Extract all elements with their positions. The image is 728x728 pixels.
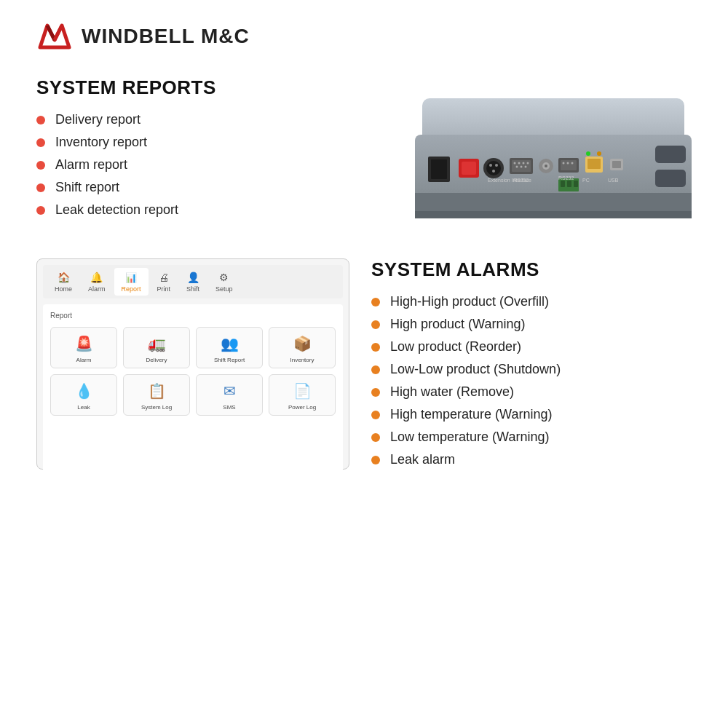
bullet-dot [371,343,380,352]
bullet-dot [371,388,380,397]
svg-point-19 [518,162,521,165]
svg-point-24 [525,166,527,168]
ui-shift-report-button[interactable]: 👥 Shift Report [196,327,263,368]
svg-point-15 [492,170,495,173]
delivery-icon: 🚛 [145,333,168,354]
svg-point-22 [516,166,518,168]
alarm-icon: 🚨 [72,333,95,354]
svg-rect-10 [462,162,476,175]
ui-sms-button[interactable]: ✉ SMS [196,374,263,416]
svg-point-13 [489,164,492,167]
svg-text:PC: PC [582,178,590,183]
nav-print[interactable]: 🖨 Print [150,268,178,296]
ui-systemlog-button[interactable]: 📋 System Log [123,374,190,416]
svg-point-43 [597,151,601,156]
svg-rect-31 [561,181,565,187]
logo-text: WINDBELL M&C [82,25,250,48]
svg-point-14 [495,164,498,167]
nav-setup[interactable]: ⚙ Setup [208,268,240,296]
bullet-dot [36,138,45,147]
svg-text:USB: USB [608,178,619,183]
list-item: Inventory report [36,135,393,150]
svg-rect-49 [655,170,686,187]
ui-inventory-button[interactable]: 📦 Inventory [269,327,336,368]
svg-point-37 [567,162,569,165]
svg-rect-35 [561,160,577,170]
svg-rect-8 [431,159,447,179]
svg-text:RS232: RS232 [558,175,574,181]
list-item: High temperature (Warning) [371,407,692,422]
shift-report-icon: 👥 [218,333,241,354]
ui-delivery-button[interactable]: 🚛 Delivery [123,327,190,368]
report-section-label: Report [50,312,336,320]
nav-report[interactable]: 📊 Report [114,268,149,296]
bullet-dot [36,183,45,192]
bullet-dot [36,161,45,170]
nav-alarm[interactable]: 🔔 Alarm [81,268,113,296]
bullet-dot [371,433,380,442]
svg-line-1 [47,25,55,40]
svg-point-36 [563,162,565,165]
ui-leak-button[interactable]: 💧 Leak [50,374,117,416]
nav-shift[interactable]: 👤 Shift [179,268,207,296]
powerlog-icon: 📄 [290,381,314,401]
system-alarms: SYSTEM ALARMS High-High product (Overfil… [371,258,692,475]
ui-nav: 🏠 Home 🔔 Alarm 📊 Report 🖨 Print 👤 [43,265,343,298]
svg-point-38 [571,162,574,165]
shift-nav-icon: 👤 [186,271,199,284]
reports-title: SYSTEM REPORTS [36,76,393,99]
home-icon: 🏠 [57,271,70,284]
alarms-list: High-High product (Overfill) High produc… [371,294,692,467]
list-item: Low product (Reorder) [371,339,692,355]
reports-list: Delivery report Inventory report Alarm r… [36,112,393,218]
list-item: Shift report [36,180,393,195]
windbell-logo-icon [36,22,73,51]
bullet-dot [371,298,380,306]
top-section: SYSTEM REPORTS Delivery report Inventory… [36,76,692,229]
systemlog-icon: 📋 [145,381,168,401]
svg-point-12 [486,161,501,175]
nav-home[interactable]: 🏠 Home [47,268,79,296]
alarms-title: SYSTEM ALARMS [371,258,692,281]
list-item: Leak detection report [36,202,393,218]
svg-rect-46 [612,161,621,168]
inventory-icon: 📦 [290,333,314,354]
svg-point-42 [586,151,590,156]
report-nav-icon: 📊 [124,271,138,284]
list-item: Low-Low product (Shutdown) [371,362,692,377]
list-item: High water (Remove) [371,384,692,400]
system-reports: SYSTEM REPORTS Delivery report Inventory… [36,76,393,229]
bullet-dot [36,206,45,215]
bullet-dot [371,320,380,329]
list-item: High-High product (Overfill) [371,294,692,309]
svg-point-23 [521,166,523,168]
svg-line-2 [55,25,62,40]
list-item: Delivery report [36,112,393,127]
bottom-section: 🏠 Home 🔔 Alarm 📊 Report 🖨 Print 👤 [36,258,692,475]
svg-rect-33 [574,181,578,187]
ui-icons-grid: 🚨 Alarm 🚛 Delivery 👥 Shift Report 📦 Inve… [50,327,336,416]
ui-content: Report 🚨 Alarm 🚛 Delivery 👥 Shift Report [43,304,343,472]
sms-icon: ✉ [218,381,241,401]
bullet-dot [371,456,380,464]
setup-nav-icon: ⚙ [218,271,231,284]
svg-point-20 [523,162,525,165]
device-svg: Extension Interface RS232 RS232 [415,98,692,229]
bullet-dot [36,116,45,124]
ui-screenshot: 🏠 Home 🔔 Alarm 📊 Report 🖨 Print 👤 [36,258,349,470]
bullet-dot [371,365,380,374]
list-item: Alarm report [36,157,393,173]
svg-point-18 [514,162,516,165]
svg-rect-41 [587,159,601,169]
page: WINDBELL M&C SYSTEM REPORTS Delivery rep… [0,0,728,728]
alarm-nav-icon: 🔔 [90,271,103,284]
svg-rect-6 [415,211,692,218]
ui-powerlog-button[interactable]: 📄 Power Log [269,374,336,416]
list-item: Leak alarm [371,452,692,467]
svg-text:RS232: RS232 [513,178,529,183]
logo-area: WINDBELL M&C [36,22,692,51]
list-item: Low temperature (Warning) [371,430,692,445]
svg-point-29 [545,165,547,167]
list-item: High product (Warning) [371,317,692,332]
ui-alarm-button[interactable]: 🚨 Alarm [50,327,117,368]
